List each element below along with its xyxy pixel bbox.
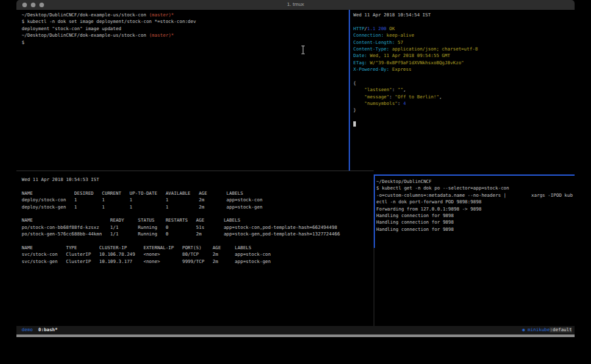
terminal-line: "lastseen": "",	[353, 87, 575, 93]
terminal-line	[22, 238, 372, 245]
terminal-line: {	[353, 80, 575, 87]
active-pane-border-left[interactable]	[374, 174, 375, 248]
kube-namespace: :default	[550, 327, 572, 333]
terminal-line: NAME READY STATUS RESTARTS AGE LABELS	[22, 217, 372, 224]
terminal-line: }	[353, 107, 575, 113]
terminal-line: svc/stock-gen ClusterIP 10.109.3.177 <no…	[22, 258, 372, 265]
terminal-line: NAME DESIRED CURRENT UP-TO-DATE AVAILABL…	[22, 190, 372, 197]
terminal-line: Wed 11 Apr 2018 10:54:53 IST	[22, 176, 372, 183]
kubernetes-context-icon: ◉	[522, 327, 527, 333]
pane-http-response-watch[interactable]: Wed 11 Apr 2018 10:54:54 IST HTTP/1.1 20…	[350, 10, 575, 174]
pane-port-forward[interactable]: ~/Desktop/DublinCNCF$ kubectl get -n dok…	[375, 175, 575, 326]
terminal-line: -o=custom-columns=:metadata.name --no-he…	[376, 192, 575, 199]
terminal-line: NAME TYPE CLUSTER-IP EXTERNAL-IP PORT(S)…	[22, 245, 372, 251]
terminal-line: "numsymbols": 4	[353, 100, 575, 107]
terminal-line: po/stock-con-bb68f88fd-kzsxz 1/1 Running…	[22, 224, 372, 231]
terminal-line: svc/stock-con ClusterIP 10.106.78.249 <n…	[22, 251, 372, 258]
terminal-line: "message": "Off to Berlin!",	[353, 94, 575, 100]
terminal-line: HTTP/1.1 200 OK	[353, 26, 575, 32]
terminal-line: Wed 11 Apr 2018 10:54:54 IST	[353, 12, 575, 18]
terminal-line: ~/Desktop/DublinCNCF	[376, 178, 575, 185]
terminal-line: X-Powered-By: Express	[353, 66, 575, 73]
terminal-line: Handling connection for 9898	[376, 226, 575, 233]
terminal-line: Forwarding from 127.0.0.1:9898 -> 9898	[376, 206, 575, 212]
pane-shell-kubectl-set-image[interactable]: ~/Desktop/DublinCNCF/dok-example-us/stoc…	[16, 10, 349, 171]
window-titlebar[interactable]: 1. tmux	[16, 0, 575, 10]
window-bottom-edge	[16, 334, 575, 337]
terminal-line: Date: Wed, 11 Apr 2018 09:54:55 GMT	[353, 52, 575, 59]
terminal-line	[353, 73, 575, 80]
terminal-line: Content-Length: 57	[353, 39, 575, 46]
status-right: ◉ minikube:default	[522, 326, 572, 334]
terminal-window: 1. tmux ~/Desktop/DublinCNCF/dok-example…	[16, 0, 575, 337]
terminal-line: ~/Desktop/DublinCNCF/dok-example-us/stoc…	[22, 12, 349, 18]
terminal-line: po/stock-gen-576cc688bb-44kmn 1/1 Runnin…	[22, 231, 372, 237]
pane-divider-horizontal-left[interactable]	[16, 171, 374, 171]
terminal-line: ectl -n dok port-forward POD 9898:9898	[376, 199, 575, 205]
terminal-line: $	[22, 39, 349, 46]
terminal-line	[22, 211, 372, 217]
terminal-line	[353, 121, 575, 127]
pane-divider-vertical-top[interactable]	[349, 10, 350, 171]
terminal-line	[353, 18, 575, 25]
window-title: 1. tmux	[16, 1, 575, 7]
terminal-line: Content-Type: application/json; charset=…	[353, 46, 575, 52]
terminal-line: Handling connection for 9898	[376, 212, 575, 219]
pane-divider-vertical-bottom[interactable]	[374, 248, 374, 326]
terminal-line	[22, 183, 372, 190]
terminal-line: $ kubectl get -n dok po --selector=app=s…	[376, 185, 575, 192]
terminal-line	[353, 114, 575, 121]
terminal-line: ETag: W/"39-0xBPf9aF1dXVNkhsxoBQgJ8vKzo"	[353, 60, 575, 66]
screenshot-background: 1. tmux ~/Desktop/DublinCNCF/dok-example…	[0, 0, 591, 364]
tmux-status-bar: demo 0:bash* ◉ minikube:default	[16, 326, 575, 334]
terminal-line: deployment "stock-con" image updated	[22, 26, 349, 32]
tmux-window: ~/Desktop/DublinCNCF/dok-example-us/stoc…	[16, 10, 575, 326]
terminal-line: Connection: keep-alive	[353, 32, 575, 39]
pane-kubectl-get-watch[interactable]: Wed 11 Apr 2018 10:54:53 IST NAME DESIRE…	[16, 171, 372, 326]
ibeam-mouse-cursor	[301, 45, 305, 54]
status-left: demo 0:bash*	[22, 326, 58, 334]
terminal-line: Handling connection for 9898	[376, 219, 575, 226]
active-pane-border-top[interactable]	[374, 174, 575, 176]
terminal-line: deploy/stock-gen 1 1 1 1 2m app=stock-ge…	[22, 204, 372, 211]
terminal-line: $ kubectl -n dok set image deployment/st…	[22, 18, 349, 25]
tmux-session-name: demo	[22, 327, 33, 333]
terminal-line: deploy/stock-con 1 1 1 1 2m app=stock-co…	[22, 197, 372, 203]
terminal-line: ~/Desktop/DublinCNCF/dok-example-us/stoc…	[22, 32, 349, 39]
tmux-window-name[interactable]: 0:bash*	[38, 327, 58, 333]
kube-cluster-name: minikube	[528, 327, 550, 333]
